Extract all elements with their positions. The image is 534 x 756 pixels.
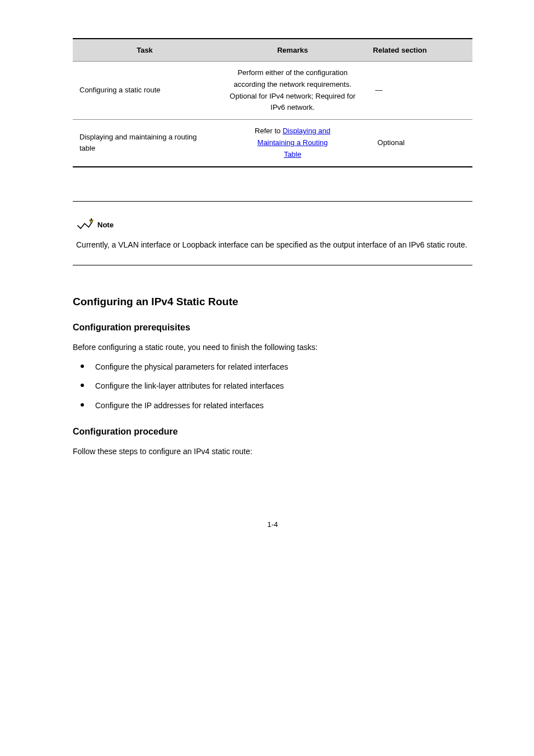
- cell-remarks: Perform either of the configuration acco…: [217, 62, 368, 120]
- subsection-heading-prerequisites: Configuration prerequisites: [73, 323, 472, 333]
- section-heading: Configuring an IPv4 Static Route: [73, 296, 472, 308]
- note-label: Note: [97, 221, 114, 229]
- page-number: 1-4: [73, 520, 472, 529]
- remarks-prefix: Refer to: [255, 127, 283, 135]
- list-item: Configure the physical parameters for re…: [81, 360, 472, 374]
- cell-task: Configuring a static route: [73, 62, 217, 120]
- note-block: Note Currently, a VLAN interface or Loop…: [73, 201, 472, 266]
- table-header-row: Task Remarks Related section: [73, 39, 472, 62]
- note-header: Note: [73, 217, 472, 233]
- table-row: Configuring a static route Perform eithe…: [73, 62, 472, 120]
- header-related: Related section: [368, 39, 472, 62]
- cell-remarks: Refer to Displaying and Maintaining a Ro…: [217, 120, 368, 167]
- page: Task Remarks Related section Configuring…: [0, 0, 534, 562]
- table-row: Displaying and maintaining a routing tab…: [73, 120, 472, 167]
- svg-rect-0: [91, 218, 92, 221]
- prerequisites-intro: Before configuring a static route, you n…: [73, 340, 472, 354]
- note-text: Currently, a VLAN interface or Loopback …: [73, 239, 472, 252]
- prerequisites-list: Configure the physical parameters for re…: [73, 360, 472, 413]
- remarks-link-line2[interactable]: Maintaining a Routing: [257, 138, 328, 147]
- subsection-heading-procedure: Configuration procedure: [73, 427, 472, 437]
- list-item: Configure the IP addresses for related i…: [81, 399, 472, 413]
- task-table: Task Remarks Related section Configuring…: [73, 38, 472, 167]
- header-task: Task: [73, 39, 217, 62]
- procedure-intro: Follow these steps to configure an IPv4 …: [73, 445, 472, 459]
- remarks-link-line1[interactable]: Displaying and: [283, 127, 330, 135]
- cell-related: Optional: [368, 120, 472, 167]
- remarks-link-line3[interactable]: Table: [284, 150, 301, 158]
- cell-related: —: [368, 62, 472, 120]
- list-item: Configure the link-layer attributes for …: [81, 379, 472, 393]
- note-icon: [76, 217, 94, 233]
- header-remarks: Remarks: [217, 39, 368, 62]
- cell-task: Displaying and maintaining a routing tab…: [73, 120, 217, 167]
